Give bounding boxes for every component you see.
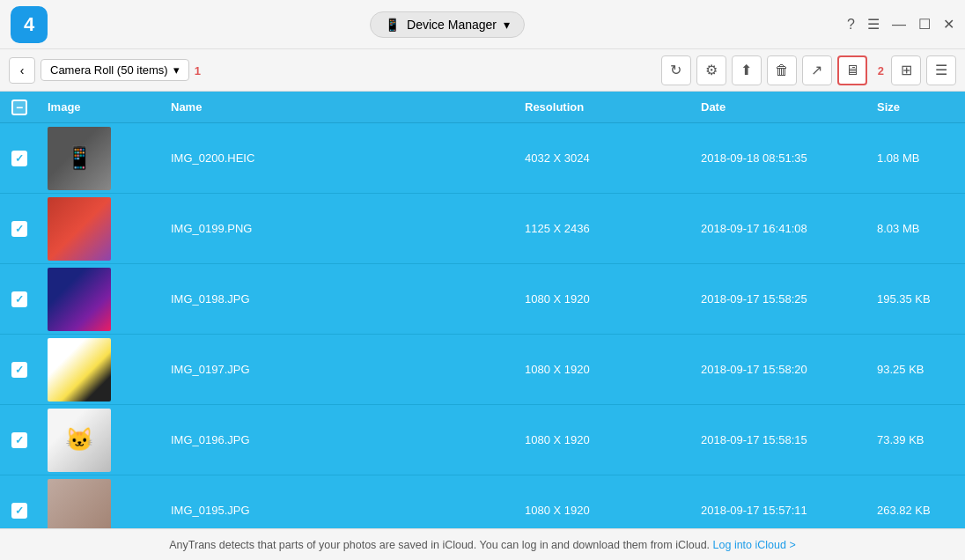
restore-button[interactable]: ☐: [918, 16, 931, 33]
help-button[interactable]: ?: [847, 17, 855, 33]
row-resolution-1: 1125 X 2436: [516, 222, 692, 235]
row-image-2: [39, 264, 162, 335]
row-checkbox-4[interactable]: [11, 432, 27, 448]
row-resolution-4: 1080 X 1920: [516, 433, 692, 446]
upload-icon: ⬆: [740, 62, 752, 78]
table-row: IMG_0199.PNG 1125 X 2436 2018-09-17 16:4…: [0, 194, 965, 264]
upload-button[interactable]: ⬆: [732, 55, 762, 85]
grid-icon: ⊞: [901, 62, 912, 78]
table-row: IMG_0198.JPG 1080 X 1920 2018-09-17 15:5…: [0, 264, 965, 335]
app-logo: 4: [11, 6, 48, 43]
refresh-button[interactable]: ↻: [661, 55, 691, 85]
header-date: Date: [692, 100, 868, 114]
row-checkbox-5[interactable]: [11, 503, 27, 519]
row-thumbnail-1: [48, 197, 111, 261]
minimize-button[interactable]: —: [892, 17, 906, 33]
menu-button[interactable]: ☰: [867, 16, 880, 33]
header-name: Name: [162, 100, 516, 114]
row-date-1: 2018-09-17 16:41:08: [692, 222, 868, 235]
row-name-5: IMG_0195.JPG: [162, 504, 516, 517]
row-name-0: IMG_0200.HEIC: [162, 151, 516, 165]
settings-icon: ⚙: [705, 62, 718, 78]
row-name-1: IMG_0199.PNG: [162, 222, 516, 235]
to-computer-icon: 🖥: [845, 63, 859, 78]
table-row: 🐱 IMG_0196.JPG 1080 X 1920 2018-09-17 15…: [0, 405, 965, 475]
back-icon: ‹: [20, 63, 25, 77]
row-date-3: 2018-09-17 15:58:20: [692, 363, 868, 376]
notification-text: AnyTrans detects that parts of your phot…: [169, 539, 710, 551]
delete-icon: 🗑: [775, 63, 789, 78]
row-checkbox-0[interactable]: [11, 151, 27, 166]
album-label: Camera Roll (50 items): [50, 63, 168, 77]
row-thumbnail-2: [48, 268, 111, 331]
toolbar-spacer: 1: [195, 63, 656, 78]
album-dropdown-arrow-icon: ▾: [173, 63, 180, 77]
row-name-4: IMG_0196.JPG: [162, 433, 516, 446]
notification-bar: AnyTrans detects that parts of your phot…: [0, 528, 965, 560]
icloud-login-link[interactable]: Log into iCloud >: [713, 539, 796, 551]
row-image-3: [39, 335, 162, 405]
row-check-cell-4: [0, 432, 39, 448]
table-row: 📱 IMG_0200.HEIC 4032 X 3024 2018-09-18 0…: [0, 123, 965, 194]
row-date-5: 2018-09-17 15:57:11: [692, 504, 868, 517]
export-icon: ↗: [811, 62, 822, 78]
album-selector[interactable]: Camera Roll (50 items) ▾: [41, 59, 189, 81]
export-button[interactable]: ↗: [802, 55, 832, 85]
row-image-0: 📱: [39, 123, 162, 194]
row-resolution-3: 1080 X 1920: [516, 363, 692, 376]
row-resolution-5: 1080 X 1920: [516, 504, 692, 517]
grid-view-button[interactable]: ⊞: [891, 55, 921, 85]
row-check-cell-0: [0, 151, 39, 166]
table-row: IMG_0197.JPG 1080 X 1920 2018-09-17 15:5…: [0, 335, 965, 405]
table-header: − Image Name Resolution Date Size: [0, 92, 965, 123]
row-check-cell-3: [0, 362, 39, 378]
device-manager-button[interactable]: 📱 Device Manager ▾: [370, 11, 525, 38]
row-check-cell-2: [0, 291, 39, 307]
row-size-0: 1.08 MB: [868, 151, 965, 165]
list-view-button[interactable]: ☰: [926, 55, 956, 85]
step2-label: 2: [878, 64, 884, 77]
row-date-2: 2018-09-17 15:58:25: [692, 292, 868, 306]
row-checkbox-2[interactable]: [11, 291, 27, 307]
titlebar: 4 📱 Device Manager ▾ ? ☰ — ☐ ✕: [0, 0, 965, 49]
row-image-4: 🐱: [39, 405, 162, 475]
refresh-icon: ↻: [670, 62, 681, 78]
to-computer-wrap: 🖥: [837, 55, 867, 85]
row-thumbnail-5: [48, 479, 111, 529]
table-body: 📱 IMG_0200.HEIC 4032 X 3024 2018-09-18 0…: [0, 123, 965, 528]
header-size: Size: [868, 100, 965, 114]
table-row: IMG_0195.JPG 1080 X 1920 2018-09-17 15:5…: [0, 475, 965, 528]
toolbar: ‹ Camera Roll (50 items) ▾ 1 ↻ ⚙ ⬆ 🗑 ↗ 🖥…: [0, 49, 965, 92]
titlebar-controls: ? ☰ — ☐ ✕: [847, 16, 954, 33]
dropdown-arrow-icon: ▾: [504, 18, 510, 32]
phone-icon: 📱: [385, 18, 400, 32]
row-thumbnail-3: [48, 338, 111, 402]
delete-button[interactable]: 🗑: [767, 55, 797, 85]
row-thumbnail-4: 🐱: [48, 409, 111, 472]
step2-wrap: 2: [878, 63, 886, 78]
row-date-4: 2018-09-17 15:58:15: [692, 433, 868, 446]
row-size-2: 195.35 KB: [868, 292, 965, 306]
row-size-4: 73.39 KB: [868, 433, 965, 446]
row-image-1: [39, 194, 162, 264]
step1-label: 1: [195, 64, 201, 77]
to-computer-button[interactable]: 🖥: [837, 55, 867, 85]
row-checkbox-1[interactable]: [11, 221, 27, 237]
back-button[interactable]: ‹: [9, 57, 35, 84]
header-image: Image: [39, 100, 162, 114]
row-check-cell-1: [0, 221, 39, 237]
row-checkbox-3[interactable]: [11, 362, 27, 378]
close-button[interactable]: ✕: [943, 16, 954, 33]
row-size-3: 93.25 KB: [868, 363, 965, 376]
row-size-1: 8.03 MB: [868, 222, 965, 235]
row-name-2: IMG_0198.JPG: [162, 292, 516, 306]
row-image-5: [39, 475, 162, 529]
row-resolution-2: 1080 X 1920: [516, 292, 692, 306]
row-size-5: 263.82 KB: [868, 504, 965, 517]
header-checkbox[interactable]: −: [11, 99, 27, 115]
list-icon: ☰: [935, 62, 947, 78]
settings-button[interactable]: ⚙: [696, 55, 726, 85]
header-resolution: Resolution: [516, 100, 692, 114]
row-name-3: IMG_0197.JPG: [162, 363, 516, 376]
device-manager-label: Device Manager: [407, 18, 497, 32]
